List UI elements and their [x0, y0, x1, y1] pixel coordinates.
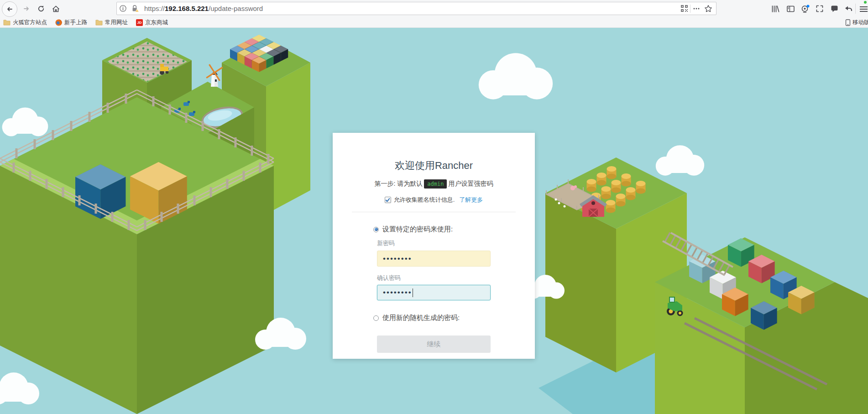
bookmark-item-folder1[interactable]: 火狐官方站点	[0, 17, 51, 27]
confirm-password-label: 确认密码	[377, 274, 491, 282]
insecure-lock-icon[interactable]	[129, 2, 141, 15]
mobile-bookmarks-item[interactable]: 移动版书签	[845, 17, 868, 27]
radio-row-random[interactable]: 使用新的随机生成的密码:	[373, 314, 491, 322]
bookmark-item-folder2[interactable]: 常用网址	[91, 17, 132, 27]
divider	[352, 212, 516, 212]
step-suffix: 用户设置强密码	[448, 180, 493, 187]
learn-more-link[interactable]: 了解更多	[459, 196, 483, 204]
messenger-bubble-icon[interactable]	[829, 3, 840, 14]
radio-specific-label: 设置特定的密码来使用:	[382, 225, 453, 234]
firefox-icon	[55, 19, 62, 26]
folder-icon	[3, 19, 10, 26]
toolbar-separator	[855, 4, 856, 14]
password-form: 设置特定的密码来使用: 新密码 •••••••• 确认密码 •••••••• 使…	[377, 225, 491, 353]
site-info-icon[interactable]	[117, 2, 129, 15]
menu-update-dot	[864, 1, 867, 4]
mobile-phone-icon	[845, 19, 851, 26]
webcam-notification-icon[interactable]	[800, 3, 810, 14]
folder-icon	[95, 19, 103, 26]
radio-random-label: 使用新的随机生成的密码:	[382, 314, 460, 322]
text-caret	[413, 288, 413, 297]
url-text[interactable]: https://192.168.5.221/update-password	[144, 5, 678, 12]
check-icon	[385, 198, 390, 203]
sidebar-toggle-icon[interactable]	[785, 3, 796, 14]
bookmarks-toolbar: 火狐官方站点 新手上路 常用网址 JD 京东商城 移动版书签	[0, 17, 868, 28]
mobile-bookmarks-label: 移动版书签	[852, 19, 868, 26]
step-prefix: 第一步: 请为默认	[375, 180, 423, 187]
radio-specific-password[interactable]	[373, 227, 379, 232]
url-path: /update-password	[209, 5, 263, 12]
new-password-input[interactable]: ••••••••	[377, 251, 491, 267]
telemetry-checkbox[interactable]	[385, 197, 391, 203]
undo-icon[interactable]	[842, 3, 853, 14]
menu-hamburger-icon[interactable]	[859, 3, 868, 14]
url-domain: 192.168.5.221	[165, 5, 209, 12]
back-button[interactable]	[2, 1, 17, 17]
screenshot-icon[interactable]	[814, 3, 825, 14]
bookmark-label: 火狐官方站点	[13, 19, 47, 26]
bookmark-label: 常用网址	[105, 19, 128, 26]
library-icon[interactable]	[769, 3, 780, 14]
url-bar[interactable]: https://192.168.5.221/update-password	[116, 2, 716, 15]
telemetry-row: 允许收集匿名统计信息. 了解更多	[333, 196, 535, 204]
url-scheme: https://	[144, 5, 165, 12]
telemetry-label: 允许收集匿名统计信息.	[394, 196, 455, 204]
navigation-toolbar: https://192.168.5.221/update-password	[0, 0, 868, 17]
bookmark-label: 京东商城	[145, 19, 168, 26]
radio-row-specific[interactable]: 设置特定的密码来使用:	[373, 225, 491, 234]
jd-icon: JD	[136, 19, 143, 26]
admin-username-badge: admin	[424, 179, 447, 189]
qr-code-icon[interactable]	[678, 2, 690, 15]
bookmark-label: 新手上路	[64, 19, 87, 26]
radio-random-password[interactable]	[373, 315, 379, 321]
rancher-setup-dialog: 欢迎使用Rancher 第一步: 请为默认admin用户设置强密码 允许收集匿名…	[333, 133, 535, 359]
confirm-password-value: ••••••••	[383, 288, 412, 297]
step-instruction: 第一步: 请为默认admin用户设置强密码	[333, 179, 535, 189]
confirm-password-input[interactable]: ••••••••	[377, 285, 491, 300]
forward-button[interactable]	[19, 1, 34, 16]
page-title: 欢迎使用Rancher	[333, 159, 535, 173]
continue-button[interactable]: 继续	[377, 335, 491, 353]
browser-chrome: https://192.168.5.221/update-password	[0, 0, 868, 27]
new-password-value: ••••••••	[383, 254, 412, 263]
bookmark-item-jd[interactable]: JD 京东商城	[132, 17, 172, 27]
bookmark-item-firefox[interactable]: 新手上路	[51, 17, 91, 27]
bookmark-star-icon[interactable]	[702, 2, 714, 15]
page-actions-icon[interactable]	[690, 2, 702, 15]
home-button[interactable]	[48, 1, 63, 16]
new-password-label: 新密码	[377, 239, 491, 247]
reload-button[interactable]	[34, 1, 48, 16]
